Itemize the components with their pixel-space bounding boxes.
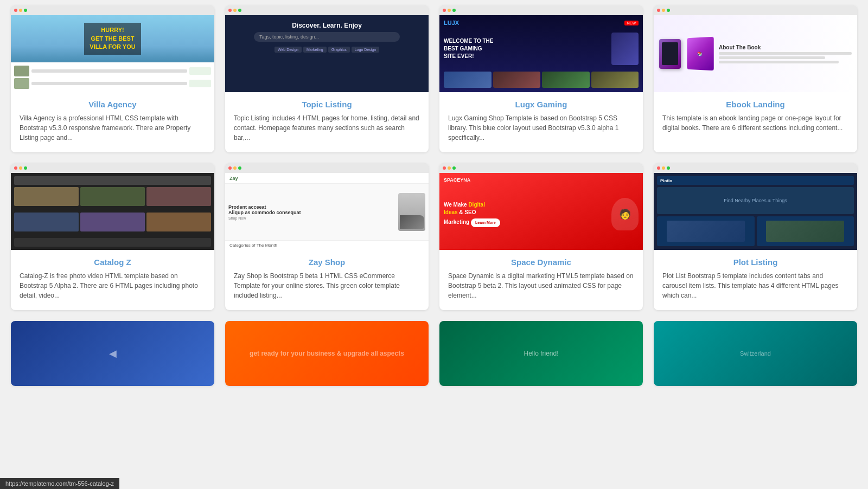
card-topic-listing[interactable]: Discover. Learn. Enjoy Tags, topic, list… xyxy=(225,5,429,152)
lugx-hero-text: WELCOME TO THEBEST GAMINGSITE EVER! xyxy=(444,37,607,60)
card-body-lugx: Lugx Gaming Lugx Gaming Shop Template is… xyxy=(439,92,643,152)
ebook-text-line xyxy=(719,52,852,55)
partial-card-4[interactable]: Switzerland xyxy=(654,321,857,386)
browser-dot-yellow-lugx xyxy=(448,9,451,12)
zay-hero: Prodent acceeatAliqup as commodo consequ… xyxy=(225,184,429,240)
card-desc-villa: Villa Agency is a professional HTML CSS … xyxy=(20,113,206,143)
browser-dot-green-catalogz xyxy=(24,166,27,170)
zay-hero-title-text: Prodent acceeatAliqup as commodo consequ… xyxy=(228,204,394,215)
browser-bar-topic xyxy=(225,5,429,15)
topic-tag: Web Design xyxy=(275,47,302,53)
card-image-topic: Discover. Learn. Enjoy Tags, topic, list… xyxy=(225,5,429,92)
topic-tag: Logo Design xyxy=(352,47,379,53)
browser-bar-plot xyxy=(654,163,857,173)
catalogz-cell xyxy=(80,187,145,206)
zay-hero-text: Prodent acceeatAliqup as commodo consequ… xyxy=(228,204,394,220)
partial-thumb-1: ◀ xyxy=(11,321,214,386)
plot-cards xyxy=(657,216,854,246)
topic-search: Tags, topic, listing, design... xyxy=(254,32,400,42)
card-title-zay: Zay Shop xyxy=(234,258,420,267)
topic-search-text: Tags, topic, listing, design... xyxy=(259,34,319,40)
card-body-topic: Topic Listing Topic Listing includes 4 H… xyxy=(225,92,429,152)
browser-dot-yellow-space xyxy=(448,166,451,170)
space-figure: 🧑 xyxy=(611,198,639,230)
card-desc-topic: Topic Listing includes 4 HTML pages for … xyxy=(234,113,420,143)
browser-bar-zay xyxy=(225,163,429,173)
topic-hero-title: Discover. Learn. Enjoy xyxy=(292,22,362,29)
villa-listing xyxy=(11,62,214,92)
topic-tags: Web Design Marketing Graphics Logo Desig… xyxy=(275,47,379,53)
lugx-game-card xyxy=(444,72,492,88)
partial-card-1[interactable]: ◀ xyxy=(11,321,214,386)
ebook-screenshot: 📚 About The Book xyxy=(654,15,857,92)
card-desc-plot: Plot List Bootstrap 5 template includes … xyxy=(662,271,848,300)
browser-bar-catalogz xyxy=(11,163,214,173)
card-space-dynamic[interactable]: SPACEYNA We Make DigitalIdeas & SEOMarke… xyxy=(439,163,643,310)
card-zay-shop[interactable]: Zay Prodent acceeatAliqup as commodo con… xyxy=(225,163,429,310)
ebook-text-line xyxy=(719,56,825,59)
browser-dot-green-plot xyxy=(667,166,670,170)
lugx-games-list xyxy=(444,72,639,88)
space-hero-text: We Make DigitalIdeas & SEOMarketing Lear… xyxy=(444,201,607,227)
browser-dot-green-lugx xyxy=(452,9,456,12)
space-highlight-text: DigitalIdeas xyxy=(444,202,485,215)
browser-bar-lugx xyxy=(439,5,643,15)
card-lugx-gaming[interactable]: LUJX NEW WELCOME TO THEBEST GAMINGSITE E… xyxy=(439,5,643,152)
plot-card-item xyxy=(757,216,854,246)
card-title-lugx: Lugx Gaming xyxy=(448,100,634,109)
card-title-plot: Plot Listing xyxy=(662,258,848,267)
catalogz-cell xyxy=(146,187,211,206)
card-image-space: SPACEYNA We Make DigitalIdeas & SEOMarke… xyxy=(439,163,643,250)
space-hero: We Make DigitalIdeas & SEOMarketing Lear… xyxy=(444,183,639,246)
space-header: SPACEYNA xyxy=(444,177,639,183)
ebook-text-line xyxy=(719,61,839,63)
browser-dot-green-topic xyxy=(238,9,241,12)
browser-bar-space xyxy=(439,163,643,173)
space-btn[interactable]: Learn More xyxy=(471,218,500,227)
card-catalog-z[interactable]: Catalog Z Catalog-Z is free photo video … xyxy=(11,163,214,310)
browser-dot-green-ebook xyxy=(667,9,670,12)
catalogz-cell xyxy=(14,187,79,206)
villa-screenshot: HURRY!GET THE BESTVILLA FOR YOU xyxy=(11,15,214,92)
card-image-lugx: LUJX NEW WELCOME TO THEBEST GAMINGSITE E… xyxy=(439,5,643,92)
card-plot-listing[interactable]: Plotlo Find Nearby Places & Things xyxy=(654,163,857,310)
plot-card-inner xyxy=(667,221,745,242)
card-body-plot: Plot Listing Plot List Bootstrap 5 templ… xyxy=(654,250,857,310)
card-title-catalogz: Catalog Z xyxy=(20,258,206,267)
partial-card-2[interactable]: get ready for your business & upgrade al… xyxy=(225,321,429,386)
catalogz-cell xyxy=(14,213,79,231)
catalogz-cell xyxy=(80,213,145,231)
ebook-3d-cover: 📚 xyxy=(687,37,713,71)
plot-screenshot: Plotlo Find Nearby Places & Things xyxy=(654,173,857,250)
space-logo-text: SPACEYNA xyxy=(444,177,470,183)
browser-dot-red-space xyxy=(443,166,446,170)
card-desc-catalogz: Catalog-Z is free photo video HTML templ… xyxy=(20,271,206,300)
catalogz-screenshot xyxy=(11,173,214,250)
catalogz-cell xyxy=(146,213,211,231)
browser-dot-red xyxy=(14,9,17,12)
ebook-text: About The Book xyxy=(719,44,852,63)
lugx-game-card xyxy=(493,72,541,88)
card-title-space: Space Dynamic xyxy=(448,258,634,267)
space-screenshot: SPACEYNA We Make DigitalIdeas & SEOMarke… xyxy=(439,173,643,250)
catalogz-grid xyxy=(14,187,211,236)
villa-hero-text: HURRY!GET THE BESTVILLA FOR YOU xyxy=(84,23,141,54)
card-image-ebook: 📚 About The Book xyxy=(654,5,857,92)
template-grid: HURRY!GET THE BESTVILLA FOR YOU xyxy=(0,0,868,397)
card-desc-space: Space Dynamic is a digital marketing HTM… xyxy=(448,271,634,300)
zay-screenshot: Zay Prodent acceeatAliqup as commodo con… xyxy=(225,173,429,250)
card-ebook-landing[interactable]: 📚 About The Book Ebook Landing This temp… xyxy=(654,5,857,152)
browser-dot-red-topic xyxy=(228,9,232,12)
zay-header: Zay xyxy=(225,173,429,184)
card-villa-agency[interactable]: HURRY!GET THE BESTVILLA FOR YOU xyxy=(11,5,214,152)
plot-nav: Plotlo xyxy=(657,176,854,185)
partial-card-3[interactable]: Hello friend! xyxy=(439,321,643,386)
zay-categories: Categories of The Month xyxy=(225,240,429,250)
card-body-zay: Zay Shop Zay Shop is Bootstrap 5 beta 1 … xyxy=(225,250,429,310)
browser-dot-green-space xyxy=(452,166,456,170)
card-image-villa: HURRY!GET THE BESTVILLA FOR YOU xyxy=(11,5,214,92)
topic-tag: Marketing xyxy=(303,47,327,53)
villa-hero: HURRY!GET THE BESTVILLA FOR YOU xyxy=(11,15,214,62)
card-body-ebook: Ebook Landing This template is an ebook … xyxy=(654,92,857,152)
card-body-space: Space Dynamic Space Dynamic is a digital… xyxy=(439,250,643,310)
